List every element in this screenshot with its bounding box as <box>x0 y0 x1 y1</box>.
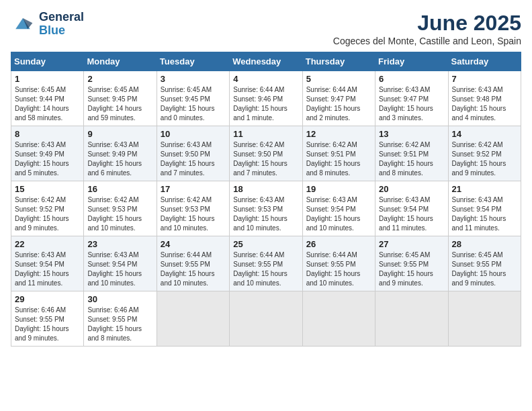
table-row: 19 Sunrise: 6:43 AM Sunset: 9:54 PM Dayl… <box>302 181 375 236</box>
calendar-week-row: 22 Sunrise: 6:43 AM Sunset: 9:54 PM Dayl… <box>11 236 521 291</box>
day-number: 24 <box>161 239 226 249</box>
day-number: 20 <box>379 184 444 194</box>
calendar-week-row: 8 Sunrise: 6:43 AM Sunset: 9:49 PM Dayli… <box>11 126 521 181</box>
header-wednesday: Wednesday <box>230 52 302 71</box>
header-monday: Monday <box>84 52 157 71</box>
day-info: Sunrise: 6:46 AM Sunset: 9:55 PM Dayligh… <box>87 306 152 343</box>
day-number: 10 <box>161 129 226 139</box>
table-row <box>302 291 375 347</box>
day-info: Sunrise: 6:43 AM Sunset: 9:54 PM Dayligh… <box>15 250 80 288</box>
logo: General Blue <box>11 11 84 38</box>
day-info: Sunrise: 6:43 AM Sunset: 9:54 PM Dayligh… <box>306 195 371 233</box>
day-number: 7 <box>452 74 517 84</box>
day-number: 16 <box>87 184 152 194</box>
day-number: 26 <box>306 239 371 249</box>
day-number: 19 <box>306 184 371 194</box>
day-info: Sunrise: 6:46 AM Sunset: 9:55 PM Dayligh… <box>15 306 80 343</box>
table-row: 9 Sunrise: 6:43 AM Sunset: 9:49 PM Dayli… <box>84 126 157 181</box>
calendar-week-row: 15 Sunrise: 6:42 AM Sunset: 9:52 PM Dayl… <box>11 181 521 236</box>
day-info: Sunrise: 6:44 AM Sunset: 9:55 PM Dayligh… <box>161 250 226 288</box>
table-row: 14 Sunrise: 6:42 AM Sunset: 9:52 PM Dayl… <box>448 126 521 181</box>
day-number: 27 <box>379 239 444 249</box>
day-number: 15 <box>15 184 80 194</box>
table-row: 24 Sunrise: 6:44 AM Sunset: 9:55 PM Dayl… <box>157 236 229 291</box>
table-row: 17 Sunrise: 6:42 AM Sunset: 9:53 PM Dayl… <box>157 181 229 236</box>
table-row <box>230 291 302 347</box>
header-saturday: Saturday <box>448 52 521 71</box>
day-number: 8 <box>15 129 80 139</box>
day-info: Sunrise: 6:42 AM Sunset: 9:53 PM Dayligh… <box>161 195 226 233</box>
day-number: 2 <box>87 74 152 84</box>
day-number: 25 <box>233 239 298 249</box>
logo-text: General Blue <box>39 11 84 38</box>
table-row: 11 Sunrise: 6:42 AM Sunset: 9:50 PM Dayl… <box>230 126 302 181</box>
day-number: 21 <box>452 184 517 194</box>
table-row: 22 Sunrise: 6:43 AM Sunset: 9:54 PM Dayl… <box>11 236 84 291</box>
day-info: Sunrise: 6:43 AM Sunset: 9:49 PM Dayligh… <box>15 140 80 178</box>
table-row: 16 Sunrise: 6:42 AM Sunset: 9:53 PM Dayl… <box>84 181 157 236</box>
day-info: Sunrise: 6:42 AM Sunset: 9:53 PM Dayligh… <box>87 195 152 233</box>
day-number: 23 <box>87 239 152 249</box>
table-row: 8 Sunrise: 6:43 AM Sunset: 9:49 PM Dayli… <box>11 126 84 181</box>
table-row <box>157 291 229 347</box>
day-info: Sunrise: 6:42 AM Sunset: 9:51 PM Dayligh… <box>306 140 371 178</box>
table-row: 3 Sunrise: 6:45 AM Sunset: 9:45 PM Dayli… <box>157 71 229 126</box>
day-number: 12 <box>306 129 371 139</box>
title-area: June 2025 Cogeces del Monte, Castille an… <box>333 11 521 46</box>
day-number: 22 <box>15 239 80 249</box>
day-info: Sunrise: 6:43 AM Sunset: 9:48 PM Dayligh… <box>452 85 517 123</box>
day-info: Sunrise: 6:44 AM Sunset: 9:55 PM Dayligh… <box>233 250 298 288</box>
table-row: 10 Sunrise: 6:43 AM Sunset: 9:50 PM Dayl… <box>157 126 229 181</box>
day-info: Sunrise: 6:45 AM Sunset: 9:45 PM Dayligh… <box>87 85 152 123</box>
table-row: 7 Sunrise: 6:43 AM Sunset: 9:48 PM Dayli… <box>448 71 521 126</box>
day-info: Sunrise: 6:43 AM Sunset: 9:49 PM Dayligh… <box>87 140 152 178</box>
header-sunday: Sunday <box>11 52 84 71</box>
day-info: Sunrise: 6:43 AM Sunset: 9:54 PM Dayligh… <box>379 195 444 233</box>
table-row <box>375 291 448 347</box>
day-info: Sunrise: 6:42 AM Sunset: 9:50 PM Dayligh… <box>233 140 298 178</box>
day-number: 17 <box>161 184 226 194</box>
calendar-week-row: 1 Sunrise: 6:45 AM Sunset: 9:44 PM Dayli… <box>11 71 521 126</box>
day-info: Sunrise: 6:43 AM Sunset: 9:54 PM Dayligh… <box>87 250 152 288</box>
day-info: Sunrise: 6:43 AM Sunset: 9:50 PM Dayligh… <box>161 140 226 178</box>
day-number: 14 <box>452 129 517 139</box>
weekday-header-row: Sunday Monday Tuesday Wednesday Thursday… <box>11 52 521 71</box>
day-number: 13 <box>379 129 444 139</box>
page-header: General Blue June 2025 Cogeces del Monte… <box>11 11 521 46</box>
logo-line2: Blue <box>39 24 65 37</box>
day-info: Sunrise: 6:42 AM Sunset: 9:52 PM Dayligh… <box>15 195 80 233</box>
calendar-table: Sunday Monday Tuesday Wednesday Thursday… <box>11 52 521 347</box>
calendar-subtitle: Cogeces del Monte, Castille and Leon, Sp… <box>333 36 521 46</box>
table-row: 21 Sunrise: 6:43 AM Sunset: 9:54 PM Dayl… <box>448 181 521 236</box>
logo-line1: General <box>39 10 84 24</box>
header-thursday: Thursday <box>302 52 375 71</box>
day-info: Sunrise: 6:45 AM Sunset: 9:55 PM Dayligh… <box>379 250 444 288</box>
table-row: 29 Sunrise: 6:46 AM Sunset: 9:55 PM Dayl… <box>11 291 84 347</box>
table-row: 26 Sunrise: 6:44 AM Sunset: 9:55 PM Dayl… <box>302 236 375 291</box>
header-tuesday: Tuesday <box>157 52 229 71</box>
table-row: 23 Sunrise: 6:43 AM Sunset: 9:54 PM Dayl… <box>84 236 157 291</box>
logo-icon <box>11 12 35 36</box>
day-info: Sunrise: 6:43 AM Sunset: 9:47 PM Dayligh… <box>379 85 444 123</box>
table-row: 1 Sunrise: 6:45 AM Sunset: 9:44 PM Dayli… <box>11 71 84 126</box>
day-info: Sunrise: 6:44 AM Sunset: 9:55 PM Dayligh… <box>306 250 371 288</box>
table-row: 13 Sunrise: 6:42 AM Sunset: 9:51 PM Dayl… <box>375 126 448 181</box>
day-info: Sunrise: 6:42 AM Sunset: 9:52 PM Dayligh… <box>452 140 517 178</box>
table-row: 6 Sunrise: 6:43 AM Sunset: 9:47 PM Dayli… <box>375 71 448 126</box>
table-row: 20 Sunrise: 6:43 AM Sunset: 9:54 PM Dayl… <box>375 181 448 236</box>
day-info: Sunrise: 6:42 AM Sunset: 9:51 PM Dayligh… <box>379 140 444 178</box>
day-number: 30 <box>87 294 152 304</box>
table-row: 2 Sunrise: 6:45 AM Sunset: 9:45 PM Dayli… <box>84 71 157 126</box>
table-row: 30 Sunrise: 6:46 AM Sunset: 9:55 PM Dayl… <box>84 291 157 347</box>
day-number: 18 <box>233 184 298 194</box>
day-number: 9 <box>87 129 152 139</box>
table-row <box>448 291 521 347</box>
table-row: 15 Sunrise: 6:42 AM Sunset: 9:52 PM Dayl… <box>11 181 84 236</box>
table-row: 12 Sunrise: 6:42 AM Sunset: 9:51 PM Dayl… <box>302 126 375 181</box>
day-info: Sunrise: 6:44 AM Sunset: 9:47 PM Dayligh… <box>306 85 371 123</box>
table-row: 27 Sunrise: 6:45 AM Sunset: 9:55 PM Dayl… <box>375 236 448 291</box>
day-number: 4 <box>233 74 298 84</box>
day-info: Sunrise: 6:43 AM Sunset: 9:53 PM Dayligh… <box>233 195 298 233</box>
day-info: Sunrise: 6:43 AM Sunset: 9:54 PM Dayligh… <box>452 195 517 233</box>
day-info: Sunrise: 6:44 AM Sunset: 9:46 PM Dayligh… <box>233 85 298 123</box>
